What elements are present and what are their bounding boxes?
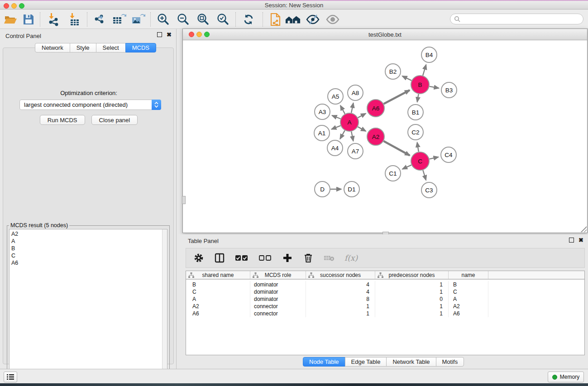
network-node-C2[interactable]: C2: [408, 124, 423, 140]
zoom-fit-button[interactable]: [196, 12, 211, 27]
network-canvas[interactable]: AA1A3A4A5A7A8A6A2BB1B2B3B4CC1C2C3C4DD1: [183, 40, 587, 233]
network-edge-C-C4[interactable]: [430, 157, 439, 159]
delete-column-button[interactable]: [303, 253, 314, 263]
zoom-selected-button[interactable]: [215, 12, 231, 27]
network-edge-B-B4[interactable]: [423, 65, 426, 76]
network-edge-A-A5[interactable]: [340, 105, 345, 114]
export-table-button[interactable]: [111, 12, 127, 27]
close-window-button[interactable]: [4, 3, 9, 9]
table-settings-button[interactable]: [193, 253, 204, 263]
network-edge-C-C2[interactable]: [417, 143, 419, 152]
tab-select[interactable]: Select: [96, 43, 126, 52]
splitter-handle-left[interactable]: [182, 196, 186, 204]
column-header-successor-nodes[interactable]: successor nodes: [306, 271, 375, 279]
minimize-window-button[interactable]: [11, 3, 17, 9]
tab-network[interactable]: Network: [35, 43, 70, 52]
search-field[interactable]: [450, 14, 583, 24]
network-node-A2[interactable]: A2: [367, 128, 384, 145]
tab-motifs[interactable]: Motifs: [436, 357, 464, 367]
export-network-button[interactable]: [92, 12, 107, 27]
delete-table-button[interactable]: [324, 253, 335, 263]
zoom-window-button[interactable]: [19, 3, 24, 9]
table-row[interactable]: A6connector11A6: [186, 310, 584, 317]
network-node-B3[interactable]: B3: [441, 82, 457, 98]
memory-button[interactable]: Memory: [548, 372, 584, 382]
table-row[interactable]: A2connector11A2: [186, 303, 584, 310]
list-scrollbar[interactable]: [162, 229, 167, 378]
network-edge-A-A2[interactable]: [358, 127, 366, 131]
network-edge-A-A3[interactable]: [332, 115, 341, 119]
network-node-A8[interactable]: A8: [348, 85, 363, 100]
close-panel-button[interactable]: Close panel: [91, 115, 138, 125]
select-all-columns-button[interactable]: [235, 253, 249, 263]
result-list-item[interactable]: B: [11, 245, 161, 252]
network-node-D[interactable]: D: [315, 181, 330, 197]
result-list-item[interactable]: A2: [11, 230, 161, 238]
network-node-A[interactable]: A: [340, 113, 359, 131]
tab-edge-table[interactable]: Edge Table: [345, 357, 387, 367]
result-list-item[interactable]: C: [11, 252, 161, 259]
result-list-item[interactable]: A6: [11, 259, 161, 267]
tab-network-table[interactable]: Network Table: [386, 357, 436, 367]
network-node-B2[interactable]: B2: [385, 64, 401, 79]
run-mcds-button[interactable]: Run MCDS: [40, 115, 85, 125]
table-row[interactable]: Bdominator41B: [186, 281, 584, 288]
save-session-button[interactable]: [21, 12, 36, 27]
network-edge-A2-C[interactable]: [384, 141, 410, 156]
network-node-A6[interactable]: A6: [367, 100, 384, 117]
network-node-A4[interactable]: A4: [327, 140, 343, 156]
import-network-button[interactable]: [46, 12, 62, 27]
tab-style[interactable]: Style: [70, 43, 96, 52]
export-image-button[interactable]: [130, 12, 146, 27]
network-edge-B-B3[interactable]: [430, 86, 439, 88]
birds-eye-view-button[interactable]: [325, 12, 340, 27]
criterion-dropdown[interactable]: largest connected component (directed): [19, 100, 161, 110]
show-all-windows-button[interactable]: [285, 12, 301, 27]
table-row[interactable]: Cdominator41C: [186, 288, 584, 295]
network-node-C[interactable]: C: [411, 152, 429, 170]
column-header-mcds-role[interactable]: MCDS role: [250, 271, 306, 279]
float-panel-icon[interactable]: [569, 238, 574, 243]
network-edge-C-C3[interactable]: [423, 170, 426, 180]
result-list-item[interactable]: A: [11, 238, 161, 245]
network-edge-A-A6[interactable]: [358, 114, 366, 118]
network-node-C4[interactable]: C4: [441, 147, 456, 162]
network-edge-A-A7[interactable]: [351, 132, 353, 141]
zoom-in-button[interactable]: [156, 12, 171, 27]
network-node-C3[interactable]: C3: [421, 182, 437, 198]
network-zoom-button[interactable]: [204, 32, 210, 37]
table-row[interactable]: Adominator80A: [186, 295, 584, 303]
tab-mcds[interactable]: MCDS: [125, 43, 156, 52]
column-header-name[interactable]: name: [449, 271, 488, 279]
column-header-predecessor-nodes[interactable]: predecessor nodes: [375, 271, 449, 279]
network-edge-B-B2[interactable]: [402, 76, 411, 81]
network-edge-B-B1[interactable]: [417, 94, 419, 102]
network-minimize-button[interactable]: [196, 32, 202, 37]
deselect-all-columns-button[interactable]: [258, 253, 272, 263]
tab-node-table[interactable]: Node Table: [303, 357, 345, 367]
network-node-D1[interactable]: D1: [344, 181, 359, 197]
import-table-button[interactable]: [67, 12, 82, 27]
graphics-details-button[interactable]: [305, 12, 320, 27]
function-builder-button[interactable]: f(x): [344, 253, 358, 262]
toggle-column-view-button[interactable]: [214, 253, 225, 263]
network-node-A1[interactable]: A1: [314, 125, 330, 141]
open-session-button[interactable]: [3, 12, 18, 27]
network-node-A5[interactable]: A5: [328, 89, 343, 104]
network-node-B4[interactable]: B4: [421, 47, 437, 62]
network-window-titlebar[interactable]: testGlobe.txt: [183, 29, 587, 40]
network-edge-C-C1[interactable]: [402, 165, 411, 169]
task-history-button[interactable]: [4, 372, 17, 382]
network-node-B[interactable]: B: [411, 76, 429, 94]
network-edge-A-A4[interactable]: [340, 130, 344, 139]
close-panel-icon[interactable]: ✖: [578, 238, 583, 243]
close-panel-icon[interactable]: ✖: [167, 32, 172, 37]
network-node-C1[interactable]: C1: [385, 166, 401, 181]
network-node-B1[interactable]: B1: [408, 105, 423, 120]
network-edge-A-A1[interactable]: [331, 126, 340, 129]
zoom-out-button[interactable]: [176, 12, 191, 27]
refresh-button[interactable]: [241, 12, 256, 27]
mcds-result-list[interactable]: A2ABCA6: [9, 229, 167, 379]
network-edge-A-A8[interactable]: [351, 103, 353, 113]
create-column-button[interactable]: [282, 253, 293, 263]
